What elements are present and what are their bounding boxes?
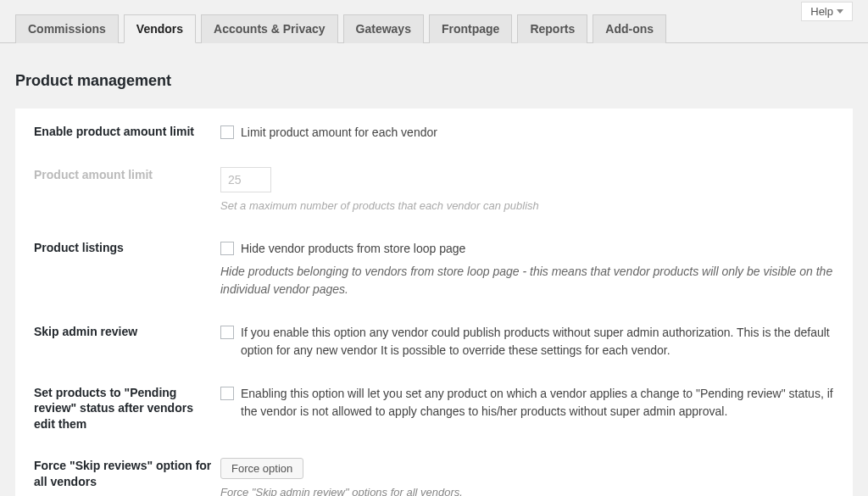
desc-amount-limit: Set a maximum number of products that ea… <box>220 198 834 215</box>
row-skip-review: Skip admin review If you enable this opt… <box>15 298 853 359</box>
checkbox-wrap-enable-limit[interactable]: Limit product amount for each vendor <box>220 124 834 142</box>
row-amount-limit: Product amount limit Set a maximum numbe… <box>15 142 853 215</box>
desc-force-skip: Force "Skip admin review" options for al… <box>220 484 834 496</box>
checkbox-wrap-skip-review[interactable]: If you enable this option any vendor cou… <box>220 324 834 359</box>
tab-addons[interactable]: Add-ons <box>593 14 666 43</box>
label-amount-limit: Product amount limit <box>34 167 220 183</box>
chevron-down-icon <box>837 9 843 14</box>
desc-product-listings: Hide products belonging to vendors from … <box>220 263 834 298</box>
checkbox-label-pending-review: Enabling this option will let you set an… <box>241 385 834 421</box>
checkbox-wrap-product-listings[interactable]: Hide vendor products from store loop pag… <box>220 240 834 258</box>
checkbox-label-product-listings: Hide vendor products from store loop pag… <box>241 240 834 258</box>
input-amount-limit[interactable] <box>220 167 271 192</box>
tab-vendors[interactable]: Vendors <box>124 14 196 43</box>
row-force-skip: Force "Skip reviews" option for all vend… <box>15 432 853 496</box>
checkbox-pending-review[interactable] <box>220 387 234 400</box>
label-force-skip: Force "Skip reviews" option for all vend… <box>34 458 220 490</box>
checkbox-enable-limit[interactable] <box>220 125 234 139</box>
section-title: Product management <box>0 43 868 109</box>
checkbox-label-skip-review: If you enable this option any vendor cou… <box>241 324 834 359</box>
label-product-listings: Product listings <box>34 240 220 256</box>
checkbox-wrap-pending-review[interactable]: Enabling this option will let you set an… <box>220 385 834 421</box>
row-pending-review: Set products to "Pending review" status … <box>15 359 853 433</box>
force-option-button[interactable]: Force option <box>220 458 303 479</box>
settings-panel: Enable product amount limit Limit produc… <box>15 109 853 496</box>
tab-gateways[interactable]: Gateways <box>343 14 424 43</box>
label-pending-review: Set products to "Pending review" status … <box>34 385 220 433</box>
tab-accounts-privacy[interactable]: Accounts & Privacy <box>201 14 338 43</box>
checkbox-product-listings[interactable] <box>220 242 234 255</box>
row-enable-limit: Enable product amount limit Limit produc… <box>15 109 853 142</box>
tab-commissions[interactable]: Commissions <box>15 14 119 43</box>
tab-frontpage[interactable]: Frontpage <box>429 14 512 43</box>
label-enable-limit: Enable product amount limit <box>34 124 220 140</box>
help-button[interactable]: Help <box>801 2 853 21</box>
tab-reports[interactable]: Reports <box>517 14 587 43</box>
label-skip-review: Skip admin review <box>34 324 220 340</box>
checkbox-skip-review[interactable] <box>220 326 234 339</box>
help-label: Help <box>810 5 833 18</box>
checkbox-label-enable-limit: Limit product amount for each vendor <box>241 124 834 142</box>
nav-tabs: Commissions Vendors Accounts & Privacy G… <box>0 0 868 43</box>
row-product-listings: Product listings Hide vendor products fr… <box>15 215 853 298</box>
